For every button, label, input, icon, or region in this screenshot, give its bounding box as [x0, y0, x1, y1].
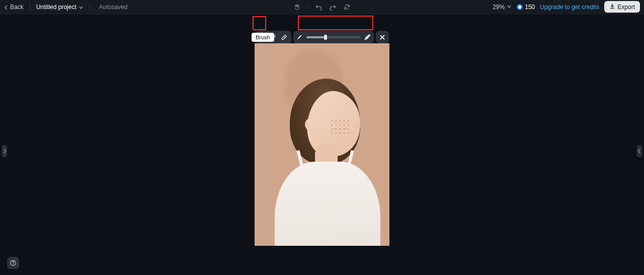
header-right: 29% 150 Upgrade to get credits Export	[493, 1, 640, 13]
eraser-tool[interactable]	[279, 32, 290, 43]
export-button[interactable]: Export	[604, 1, 640, 13]
canvas-area[interactable]: Brush	[0, 14, 644, 275]
large-brush-icon	[364, 34, 371, 41]
zoom-value: 29%	[493, 4, 505, 11]
chevron-down-icon	[507, 4, 512, 11]
export-label: Export	[617, 4, 635, 11]
app-header: Back Untitled project Autosaved 29%	[0, 0, 644, 14]
divider	[308, 4, 308, 11]
project-name-text: Untitled project	[36, 4, 76, 11]
credits-badge-icon	[517, 4, 523, 10]
divider	[90, 4, 90, 11]
zoom-dropdown[interactable]: 29%	[493, 4, 512, 11]
undo-icon[interactable]	[315, 4, 323, 11]
help-button[interactable]	[7, 257, 19, 269]
right-panel-toggle[interactable]	[637, 145, 642, 157]
canvas-image[interactable]	[255, 43, 389, 246]
divider	[30, 4, 30, 11]
project-name-button[interactable]: Untitled project	[36, 4, 84, 11]
brush-size-slider[interactable]	[306, 36, 361, 38]
svg-line-1	[284, 36, 285, 38]
back-label: Back	[10, 4, 24, 11]
back-button[interactable]: Back	[4, 4, 24, 11]
hand-tool-icon[interactable]	[294, 4, 301, 11]
close-toolbar-button[interactable]	[376, 31, 389, 44]
chevron-left-icon	[4, 5, 9, 10]
slider-thumb[interactable]	[324, 35, 327, 40]
brush-size-slider-group	[293, 31, 374, 44]
slider-fill	[306, 36, 326, 38]
download-icon	[609, 3, 615, 11]
header-center	[294, 4, 351, 11]
save-status: Autosaved	[99, 4, 128, 11]
header-left: Back Untitled project Autosaved	[4, 4, 127, 11]
highlight-slider	[298, 16, 373, 30]
credits-button[interactable]: 150	[517, 4, 535, 11]
upgrade-link[interactable]: Upgrade to get credits	[540, 4, 599, 11]
svg-point-5	[13, 264, 13, 265]
brush-tooltip: Brush	[252, 33, 274, 42]
refresh-icon[interactable]	[344, 4, 351, 11]
small-brush-icon	[296, 34, 303, 41]
redo-icon[interactable]	[330, 4, 337, 11]
credits-count: 150	[525, 4, 535, 11]
left-panel-toggle[interactable]	[2, 145, 7, 157]
floating-toolbar	[255, 31, 389, 44]
chevron-down-icon	[78, 5, 84, 10]
svg-point-0	[518, 5, 521, 8]
highlight-brush-tool	[253, 16, 266, 30]
